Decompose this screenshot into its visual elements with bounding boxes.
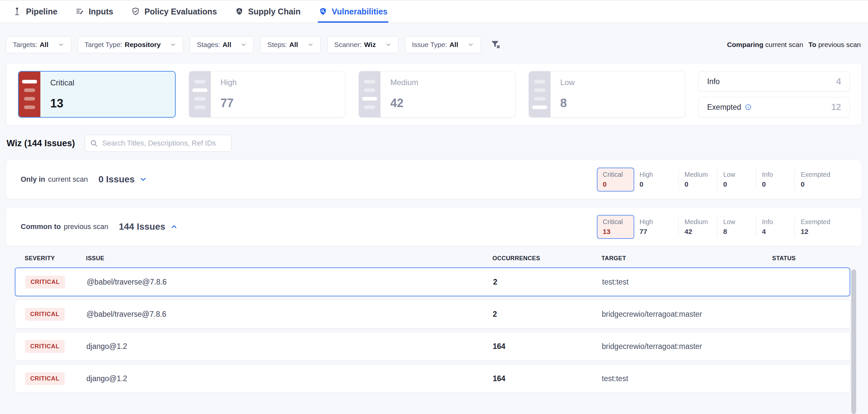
chip-low[interactable]: Low 8 [717, 217, 756, 237]
issue-cell: django@1.2 [86, 374, 493, 383]
target-cell: test:test [602, 278, 773, 287]
chip-medium[interactable]: Medium 0 [678, 170, 717, 189]
severity-card-low[interactable]: Low 8 [529, 71, 685, 118]
severity-stripe-icon [19, 71, 40, 117]
filter-bar: Targets: All Target Type: Repository Sta… [6, 36, 862, 53]
severity-label: Low [560, 78, 575, 87]
table-row[interactable]: CRITICAL django@1.2 164 bridgecrewio/ter… [15, 332, 850, 361]
severity-count: 13 [50, 97, 74, 110]
filter-targets[interactable]: Targets: All [6, 36, 71, 53]
severity-stripe-icon [529, 71, 551, 117]
tab-supply-chain[interactable]: Supply Chain [234, 0, 301, 23]
filter-target-type[interactable]: Target Type: Repository [78, 36, 184, 53]
target-cell: test:test [602, 374, 772, 383]
tab-inputs[interactable]: Inputs [74, 0, 114, 23]
chevron-up-icon [170, 223, 178, 231]
exempted-card[interactable]: Exempted 12 [698, 97, 850, 117]
filter-issue-type[interactable]: Issue Type: All [405, 36, 481, 53]
tab-label: Supply Chain [248, 7, 301, 17]
supply-chain-icon [235, 7, 244, 16]
vertical-scrollbar[interactable] [851, 269, 856, 414]
only-in-current-scan-section: Only in current scan 0 Issues Critical 0… [6, 160, 862, 199]
severity-card-high[interactable]: High 77 [189, 71, 346, 118]
funnel-x-icon [490, 39, 501, 50]
inputs-icon [75, 7, 84, 16]
occurrences-cell: 164 [493, 374, 602, 383]
exempted-count: 12 [831, 102, 841, 112]
severity-label: High [221, 78, 237, 87]
chip-exempted[interactable]: Exempted 0 [795, 170, 833, 189]
info-label: Info [707, 77, 720, 86]
filter-scanner[interactable]: Scanner: Wiz [327, 36, 399, 53]
column-issue: ISSUE [86, 255, 492, 262]
severity-label: Medium [390, 78, 418, 87]
clear-filters-button[interactable] [490, 39, 501, 50]
vulnerabilities-icon [318, 7, 328, 16]
table-row[interactable]: CRITICAL @babel/traverse@7.8.6 2 test:te… [15, 267, 850, 296]
chip-medium[interactable]: Medium 42 [678, 217, 717, 237]
tab-label: Pipeline [26, 7, 57, 17]
chevron-down-icon [467, 41, 474, 48]
info-icon [745, 104, 752, 111]
section-rest-label: current scan [48, 175, 88, 184]
filter-stages[interactable]: Stages: All [190, 36, 254, 53]
search-box [85, 135, 231, 152]
chevron-down-icon [139, 175, 147, 183]
chip-info[interactable]: Info 4 [756, 217, 795, 237]
severity-stripe-icon [189, 71, 211, 117]
issues-count-toggle[interactable]: 144 Issues [119, 221, 178, 232]
info-count: 4 [836, 77, 841, 87]
tab-vulnerabilities[interactable]: Vulnerabilities [318, 0, 389, 23]
occurrences-cell: 2 [493, 310, 602, 319]
chip-high[interactable]: High 77 [640, 217, 678, 237]
info-card[interactable]: Info 4 [698, 71, 850, 92]
severity-stripe-icon [359, 71, 380, 117]
policy-evaluations-icon [131, 7, 140, 16]
chip-critical[interactable]: Critical 0 [597, 168, 634, 191]
filter-steps[interactable]: Steps: All [260, 36, 320, 53]
search-icon [90, 139, 98, 148]
severity-chips: Critical 0 High 0 Medium 0 Low 0 Info 0 … [597, 168, 833, 191]
chip-critical[interactable]: Critical 13 [597, 215, 634, 239]
severity-card-medium[interactable]: Medium 42 [359, 71, 516, 118]
chip-exempted[interactable]: Exempted 12 [795, 217, 833, 237]
section-bold-label: Common to [21, 223, 61, 231]
common-to-previous-scan-section: Common to previous scan 144 Issues Criti… [6, 207, 862, 246]
tab-label: Policy Evaluations [145, 7, 217, 17]
chip-info[interactable]: Info 0 [756, 170, 795, 189]
chevron-down-icon [307, 41, 314, 48]
column-status: STATUS [772, 255, 850, 262]
table-header: SEVERITY ISSUE OCCURRENCES TARGET STATUS [15, 252, 850, 264]
tab-policy-evaluations[interactable]: Policy Evaluations [130, 0, 218, 23]
tab-label: Vulnerabilities [332, 7, 388, 17]
table-row[interactable]: CRITICAL django@1.2 164 test:test [15, 364, 850, 393]
chevron-down-icon [385, 41, 392, 48]
comparing-text: Comparing current scan To previous scan [727, 41, 862, 49]
column-target: TARGET [601, 255, 772, 262]
issues-count-toggle[interactable]: 0 Issues [98, 174, 147, 185]
severity-label: Critical [50, 78, 74, 87]
exempted-label: Exempted [707, 103, 741, 112]
severity-count: 77 [221, 96, 237, 110]
issue-cell: django@1.2 [86, 342, 493, 351]
table-row[interactable]: CRITICAL @babel/traverse@7.8.6 2 bridgec… [15, 300, 850, 329]
search-input[interactable] [101, 139, 226, 148]
severity-card-critical[interactable]: Critical 13 [18, 71, 176, 118]
target-cell: bridgecrewio/terragoat:master [602, 310, 772, 319]
chip-low[interactable]: Low 0 [717, 170, 756, 189]
chevron-down-icon [58, 41, 64, 48]
severity-badge: CRITICAL [25, 276, 65, 289]
severity-badge: CRITICAL [25, 372, 65, 385]
chevron-down-icon [240, 41, 247, 48]
column-occurrences: OCCURRENCES [492, 255, 601, 262]
severity-count: 42 [390, 96, 418, 110]
tab-label: Inputs [89, 7, 113, 17]
top-tab-bar: Pipeline Inputs Policy Evaluations Suppl… [0, 0, 868, 23]
section-rest-label: previous scan [64, 223, 108, 231]
target-cell: bridgecrewio/terragoat:master [602, 342, 772, 351]
severity-chips: Critical 13 High 77 Medium 42 Low 8 Info… [597, 215, 833, 239]
chip-high[interactable]: High 0 [640, 170, 678, 189]
column-severity: SEVERITY [15, 255, 86, 262]
pipeline-icon [12, 7, 22, 16]
tab-pipeline[interactable]: Pipeline [12, 0, 58, 23]
